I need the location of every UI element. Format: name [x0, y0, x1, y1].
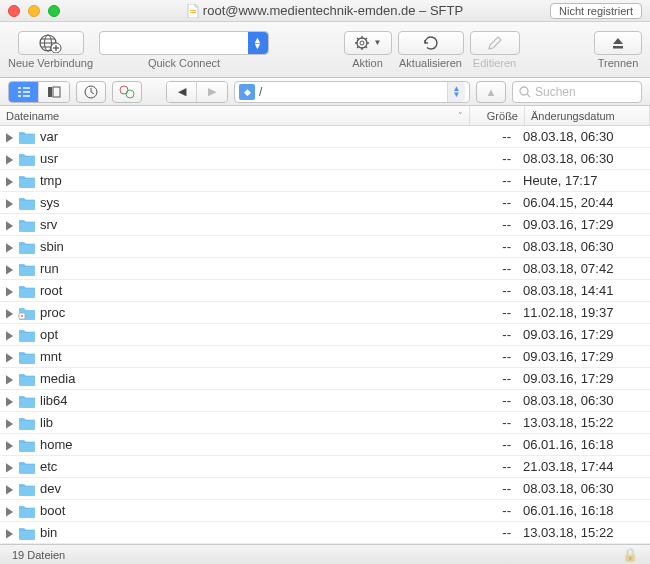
- svg-point-35: [21, 315, 23, 317]
- drive-icon: ◆: [239, 84, 255, 100]
- transfers-button[interactable]: [112, 81, 142, 103]
- refresh-button[interactable]: [398, 31, 464, 55]
- folder-icon: [18, 284, 36, 298]
- history-button[interactable]: [76, 81, 106, 103]
- disclosure-icon[interactable]: ▶: [6, 328, 16, 341]
- file-date: 08.03.18, 14:41: [519, 283, 644, 298]
- file-date: 13.03.18, 15:22: [519, 525, 644, 540]
- file-date: 08.03.18, 07:42: [519, 261, 644, 276]
- table-row[interactable]: ▶etc--21.03.18, 17:44: [0, 456, 650, 478]
- folder-icon: [18, 350, 36, 364]
- window-title-text: root@www.medientechnik-emden.de – SFTP: [203, 3, 463, 18]
- file-date: 06.01.16, 16:18: [519, 437, 644, 452]
- disclosure-icon[interactable]: ▶: [6, 130, 16, 143]
- nav-forward-button[interactable]: ▶: [197, 82, 227, 102]
- file-size: --: [464, 349, 519, 364]
- folder-icon: [18, 240, 36, 254]
- disclosure-icon[interactable]: ▶: [6, 460, 16, 473]
- disclosure-icon[interactable]: ▶: [6, 372, 16, 385]
- action-label: Aktion: [352, 57, 383, 69]
- column-date[interactable]: Änderungsdatum: [525, 106, 650, 125]
- table-row[interactable]: ▶sys--06.04.15, 20:44: [0, 192, 650, 214]
- table-row[interactable]: ▶home--06.01.16, 16:18: [0, 434, 650, 456]
- file-name: tmp: [40, 173, 464, 188]
- path-input[interactable]: ◆ / ▲▼: [234, 81, 470, 103]
- disclosure-icon[interactable]: ▶: [6, 526, 16, 539]
- quick-connect-select[interactable]: ▲▼: [99, 31, 269, 55]
- globe-plus-icon: [38, 33, 64, 53]
- file-name: media: [40, 371, 464, 386]
- table-row[interactable]: ▶lib--13.03.18, 15:22: [0, 412, 650, 434]
- disclosure-icon[interactable]: ▶: [6, 240, 16, 253]
- disclosure-icon[interactable]: ▶: [6, 350, 16, 363]
- file-name: sys: [40, 195, 464, 210]
- table-row[interactable]: ▶media--09.03.16, 17:29: [0, 368, 650, 390]
- table-row[interactable]: ▶dev--08.03.18, 06:30: [0, 478, 650, 500]
- action-button[interactable]: ▼: [344, 31, 392, 55]
- file-name: opt: [40, 327, 464, 342]
- new-connection-button[interactable]: [18, 31, 84, 55]
- view-list-button[interactable]: [39, 82, 69, 102]
- disconnect-item: Trennen: [594, 31, 642, 69]
- table-row[interactable]: ▶boot--06.01.16, 16:18: [0, 500, 650, 522]
- disclosure-icon[interactable]: ▶: [6, 262, 16, 275]
- disclosure-icon[interactable]: ▶: [6, 218, 16, 231]
- disclosure-icon[interactable]: ▶: [6, 196, 16, 209]
- disclosure-icon[interactable]: ▶: [6, 482, 16, 495]
- status-bar: 19 Dateien 🔒: [0, 544, 650, 564]
- table-row[interactable]: ▶proc--11.02.18, 19:37: [0, 302, 650, 324]
- table-row[interactable]: ▶var--08.03.18, 06:30: [0, 126, 650, 148]
- table-row[interactable]: ▶srv--09.03.16, 17:29: [0, 214, 650, 236]
- table-row[interactable]: ▶tmp--Heute, 17:17: [0, 170, 650, 192]
- path-dropdown-icon[interactable]: ▲▼: [447, 82, 465, 102]
- up-icon: ▲: [486, 86, 497, 98]
- up-directory-button[interactable]: ▲: [476, 81, 506, 103]
- table-row[interactable]: ▶root--08.03.18, 14:41: [0, 280, 650, 302]
- table-row[interactable]: ▶bin--13.03.18, 15:22: [0, 522, 650, 544]
- table-row[interactable]: ▶sbin--08.03.18, 06:30: [0, 236, 650, 258]
- svg-point-32: [520, 87, 528, 95]
- disclosure-icon[interactable]: ▶: [6, 284, 16, 297]
- minimize-window-button[interactable]: [28, 5, 40, 17]
- svg-rect-20: [613, 46, 623, 49]
- folder-icon: [18, 526, 36, 540]
- file-date: 09.03.16, 17:29: [519, 327, 644, 342]
- close-window-button[interactable]: [8, 5, 20, 17]
- file-date: 06.01.16, 16:18: [519, 503, 644, 518]
- table-header: Dateiname ˅ Größe Änderungsdatum: [0, 106, 650, 126]
- column-name[interactable]: Dateiname ˅: [0, 106, 470, 125]
- disclosure-icon[interactable]: ▶: [6, 416, 16, 429]
- disclosure-icon[interactable]: ▶: [6, 174, 16, 187]
- zoom-window-button[interactable]: [48, 5, 60, 17]
- titlebar: root@www.medientechnik-emden.de – SFTP N…: [0, 0, 650, 22]
- file-size: --: [464, 151, 519, 166]
- search-input[interactable]: Suchen: [512, 81, 642, 103]
- unregistered-badge[interactable]: Nicht registriert: [550, 3, 642, 19]
- file-list[interactable]: ▶var--08.03.18, 06:30▶usr--08.03.18, 06:…: [0, 126, 650, 544]
- file-name: boot: [40, 503, 464, 518]
- sort-caret-icon: ˅: [458, 111, 463, 121]
- table-row[interactable]: ▶opt--09.03.16, 17:29: [0, 324, 650, 346]
- disclosure-icon[interactable]: ▶: [6, 306, 16, 319]
- table-row[interactable]: ▶usr--08.03.18, 06:30: [0, 148, 650, 170]
- disconnect-button[interactable]: [594, 31, 642, 55]
- refresh-label: Aktualisieren: [399, 57, 462, 69]
- disclosure-icon[interactable]: ▶: [6, 438, 16, 451]
- table-row[interactable]: ▶run--08.03.18, 07:42: [0, 258, 650, 280]
- disclosure-icon[interactable]: ▶: [6, 394, 16, 407]
- column-size[interactable]: Größe: [470, 106, 525, 125]
- disclosure-icon[interactable]: ▶: [6, 504, 16, 517]
- disclosure-icon[interactable]: ▶: [6, 152, 16, 165]
- edit-button[interactable]: [470, 31, 520, 55]
- table-row[interactable]: ▶lib64--08.03.18, 06:30: [0, 390, 650, 412]
- folder-icon: [18, 438, 36, 452]
- search-icon: [519, 86, 531, 98]
- folder-icon: [18, 460, 36, 474]
- file-date: 11.02.18, 19:37: [519, 305, 644, 320]
- file-name: dev: [40, 481, 464, 496]
- table-row[interactable]: ▶mnt--09.03.16, 17:29: [0, 346, 650, 368]
- nav-back-button[interactable]: ◀: [167, 82, 197, 102]
- view-outline-button[interactable]: [9, 82, 39, 102]
- svg-rect-27: [48, 87, 52, 97]
- file-size: --: [464, 415, 519, 430]
